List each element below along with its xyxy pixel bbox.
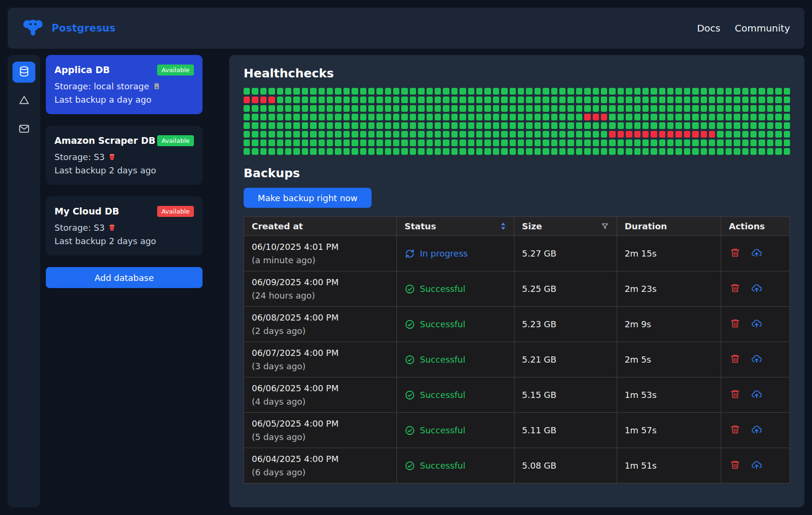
healthcheck-cell-ok [393, 105, 399, 112]
healthcheck-cell-ok [459, 88, 466, 95]
healthcheck-cell-ok [451, 148, 458, 155]
download-backup-button[interactable] [750, 459, 763, 472]
download-backup-button[interactable] [750, 317, 763, 331]
created-at-cell: 06/05/2025 4:00 PM(5 days ago) [244, 413, 397, 448]
filter-icon[interactable] [601, 222, 609, 230]
healthcheck-cell-ok [360, 97, 366, 103]
delete-backup-button[interactable] [729, 353, 741, 366]
healthcheck-cell-ok [559, 139, 566, 146]
col-status[interactable]: Status [397, 217, 514, 236]
healthcheck-cell-ok [510, 105, 516, 112]
actions-cell [721, 342, 790, 377]
delete-backup-button[interactable] [729, 317, 741, 331]
healthcheck-cell-ok [427, 139, 433, 146]
healthcheck-cell-ok [244, 131, 250, 138]
healthcheck-cell-ok [626, 114, 632, 120]
sidebar-item-databases[interactable] [12, 62, 35, 83]
healthcheck-cell-ok [376, 114, 383, 120]
healthcheck-cell-ok [360, 148, 366, 155]
db-name: My Cloud DB [54, 206, 119, 216]
make-backup-button[interactable]: Make backup right now [244, 188, 372, 208]
download-backup-button[interactable] [750, 353, 763, 366]
healthcheck-cell-ok [750, 88, 757, 95]
healthcheck-cell-ok [385, 97, 391, 103]
healthcheck-cell-ok [601, 97, 607, 103]
healthcheck-cell-ok [651, 97, 657, 103]
healthcheck-cell-ok [784, 139, 790, 146]
status-label: Successful [420, 284, 465, 294]
healthcheck-cell-ok [360, 122, 366, 129]
check-circle-icon [405, 461, 415, 471]
duration-cell: 2m 5s [617, 342, 721, 377]
healthcheck-cell-ok [559, 105, 566, 112]
healthcheck-cell-ok [435, 97, 441, 103]
healthcheck-cell-ok [559, 148, 566, 155]
trash-icon [730, 389, 740, 401]
db-card-amazon-scraper[interactable]: Amazon Scraper DB Available Storage: S3 … [46, 126, 203, 185]
add-database-button[interactable]: Add database [46, 267, 203, 288]
healthcheck-cell-ok [609, 114, 615, 120]
healthcheck-cell-ok [244, 105, 250, 112]
healthcheck-cell-ok [601, 148, 607, 155]
healthcheck-cell-ok [609, 122, 615, 129]
healthcheck-cell-ok [742, 88, 748, 95]
duration-cell: 2m 15s [617, 236, 721, 271]
healthcheck-cell-ok [319, 97, 325, 103]
healthcheck-cell-ok [692, 122, 698, 129]
col-actions: Actions [721, 217, 790, 236]
download-backup-button[interactable] [750, 423, 763, 437]
healthcheck-cell-ok [767, 148, 773, 155]
delete-backup-button[interactable] [729, 423, 741, 437]
healthcheck-cell-ok [742, 122, 748, 129]
col-size[interactable]: Size [514, 217, 617, 236]
delete-backup-button[interactable] [729, 247, 741, 260]
backup-row: 06/07/2025 4:00 PM(3 days ago)Successful… [244, 342, 790, 377]
sidebar-item-notifications[interactable] [12, 119, 35, 140]
delete-backup-button[interactable] [729, 282, 741, 296]
healthcheck-cell-ok [667, 139, 673, 146]
healthcheck-cell-ok [618, 97, 624, 103]
healthcheck-cell-ok [418, 97, 424, 103]
healthcheck-cell-ok [593, 105, 599, 112]
healthcheck-cell-ok [510, 88, 516, 95]
healthcheck-cell-ok [244, 114, 250, 120]
healthcheck-cell-failed [642, 131, 649, 138]
created-at-relative: (4 days ago) [252, 397, 389, 407]
download-backup-button[interactable] [750, 388, 763, 402]
healthcheck-cell-ok [319, 131, 325, 138]
delete-backup-button[interactable] [729, 459, 741, 472]
table-header-row: Created at Status [244, 217, 790, 236]
healthcheck-cell-ok [742, 131, 748, 138]
nav-community[interactable]: Community [735, 22, 790, 34]
availability-badge: Available [157, 206, 194, 217]
trash-icon [730, 354, 740, 365]
backup-row: 06/09/2025 4:00 PM(24 hours ago)Successf… [244, 271, 790, 307]
db-card-applica[interactable]: Applica DB Available Storage: local stor… [46, 55, 203, 114]
healthcheck-cell-ok [567, 105, 574, 112]
healthcheck-cell-ok [435, 122, 441, 129]
healthcheck-cell-ok [327, 131, 333, 138]
healthcheck-cell-ok [667, 88, 673, 95]
sort-icon[interactable] [500, 222, 506, 230]
healthcheck-cell-ok [376, 122, 383, 129]
healthcheck-cell-ok [626, 122, 632, 129]
healthcheck-cell-ok [601, 105, 607, 112]
healthcheck-cell-ok [684, 114, 690, 120]
nav-docs[interactable]: Docs [697, 22, 720, 34]
healthcheck-cell-ok [593, 97, 599, 103]
db-card-my-cloud[interactable]: My Cloud DB Available Storage: S3 Last b… [46, 196, 203, 256]
healthcheck-cell-ok [484, 88, 491, 95]
healthcheck-cell-ok [750, 114, 757, 120]
healthcheck-cell-failed [252, 97, 258, 103]
sidebar-item-storage[interactable] [12, 90, 35, 111]
healthcheck-cell-ok [543, 97, 549, 103]
delete-backup-button[interactable] [729, 388, 741, 402]
healthcheck-cell-ok [784, 122, 790, 129]
healthcheck-cell-ok [368, 131, 374, 138]
healthcheck-cell-ok [352, 122, 358, 129]
healthcheck-cell-ok [659, 88, 665, 95]
healthcheck-cell-ok [684, 97, 690, 103]
download-backup-button[interactable] [750, 282, 763, 296]
download-backup-button[interactable] [750, 247, 763, 260]
healthcheck-cell-ok [742, 139, 748, 146]
